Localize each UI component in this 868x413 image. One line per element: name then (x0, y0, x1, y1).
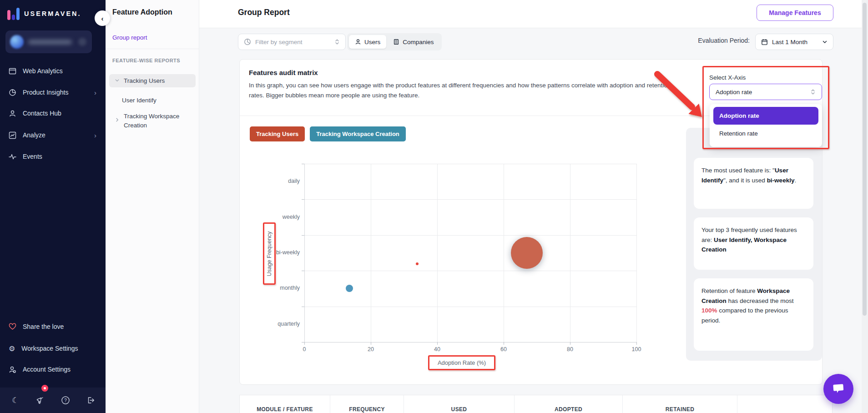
workspace-selector[interactable] (5, 30, 92, 53)
x-tick-label: 60 (494, 346, 514, 353)
chart-icon (9, 131, 16, 139)
column-header-empty (737, 395, 832, 413)
bubble-chart-plot: dailyweeklybi-weeklymonthlyquarterly0204… (304, 164, 636, 342)
menu-item-adoption-rate[interactable]: Adoption rate (713, 107, 818, 125)
column-header-used: USED (404, 395, 514, 413)
chart-legend: Tracking Users Tracking Workspace Creati… (250, 126, 406, 141)
sidebar-item-product-insights[interactable]: Product Insights › (0, 84, 106, 101)
x-axis-tick (437, 342, 438, 345)
y-tick-label: daily (262, 178, 300, 184)
segment-filter-placeholder: Filter by segment (255, 39, 330, 45)
gridline-horizontal (304, 199, 636, 200)
pie-chart-icon (9, 89, 16, 96)
usermaven-logo: USERMAVEN. (7, 7, 81, 20)
chart-bubble[interactable] (511, 237, 543, 269)
users-companies-toggle: Users Companies (347, 33, 442, 50)
sidebar-item-label: Events (23, 153, 42, 160)
primary-sidebar: USERMAVEN. Web Analytics Product Insight… (0, 0, 106, 413)
logout-icon[interactable] (83, 393, 98, 408)
person-icon (9, 110, 16, 117)
chat-bubble-icon (832, 383, 845, 395)
x-tick-label: 100 (626, 346, 646, 353)
evaluation-period-select[interactable]: Last 1 Month (755, 34, 833, 50)
chevron-down-icon (115, 78, 120, 84)
scrollbar-thumb[interactable] (863, 3, 867, 316)
chart-bubble[interactable] (346, 285, 353, 292)
workspace-avatar (10, 35, 24, 49)
evaluation-period-value: Last 1 Month (772, 39, 807, 45)
sidebar-item-label: User Identify (122, 97, 156, 104)
legend-tracking-users[interactable]: Tracking Users (250, 126, 305, 141)
chart-bubble[interactable] (416, 262, 419, 265)
gridline-horizontal (304, 307, 636, 307)
browser-icon (9, 67, 16, 75)
sidebar-item-account-settings[interactable]: Account Settings (0, 361, 106, 378)
menu-item-retention-rate[interactable]: Retention rate (713, 125, 818, 142)
column-header-module-feature: MODULE / FEATURE (240, 395, 330, 413)
gridline-vertical (570, 164, 570, 342)
scrollbar-track (862, 0, 868, 413)
sidebar-item-label: Web Analytics (23, 67, 63, 75)
sidebar-item-workspace-settings[interactable]: ⚙ Workspace Settings (0, 340, 106, 357)
group-report-link[interactable]: Group report (112, 34, 147, 41)
column-header-retained: RETAINED (622, 395, 737, 413)
manage-features-button[interactable]: Manage Features (757, 5, 833, 21)
sidebar-collapse-button[interactable]: ‹ (95, 10, 110, 26)
sidebar-item-tracking-workspace-creation[interactable]: Tracking Workspace Creation (115, 112, 193, 130)
sidebar-item-tracking-users[interactable]: Tracking Users (109, 74, 196, 87)
legend-tracking-workspace-creation[interactable]: Tracking Workspace Creation (310, 126, 406, 141)
gridline-vertical (371, 164, 371, 342)
toggle-companies[interactable]: Companies (387, 35, 439, 49)
x-axis-tick (504, 342, 504, 345)
segment-filter-select[interactable]: Filter by segment (238, 34, 346, 50)
x-axis-tick (304, 342, 305, 345)
moon-icon[interactable]: ☾ (8, 393, 23, 408)
x-tick-label: 0 (294, 346, 314, 353)
chat-widget-button[interactable] (823, 374, 853, 404)
megaphone-icon[interactable] (33, 393, 48, 408)
calendar-icon (761, 39, 768, 45)
x-axis-line (304, 342, 636, 342)
sidebar-item-contacts-hub[interactable]: Contacts Hub (0, 105, 106, 122)
y-axis-tick (302, 307, 304, 307)
chevron-right-icon (115, 117, 120, 123)
notification-badge (41, 385, 48, 392)
updown-chevron-icon (334, 39, 340, 45)
sidebar-item-analyze[interactable]: Analyze › (0, 126, 106, 144)
pulse-icon (9, 153, 16, 161)
sidebar-item-label: Contacts Hub (23, 110, 61, 117)
page-title: Group Report (238, 8, 290, 17)
building-icon (393, 39, 399, 45)
chevron-down-icon (822, 39, 828, 45)
sidebar-item-share-the-love[interactable]: Share the love (0, 318, 106, 335)
gridline-vertical (636, 164, 637, 342)
gridline-horizontal (304, 235, 636, 236)
gear-icon: ⚙ (9, 344, 15, 353)
sidebar-item-label: Workspace Settings (21, 345, 78, 352)
updown-chevron-icon (810, 89, 816, 95)
sidebar-item-label: Tracking Workspace Creation (124, 112, 193, 130)
toggle-users[interactable]: Users (349, 35, 386, 49)
gridline-vertical (504, 164, 504, 342)
sidebar-item-user-identify[interactable]: User Identify (122, 96, 156, 105)
y-tick-label: weekly (262, 214, 300, 220)
divider (106, 49, 199, 49)
sidebar-item-label: Tracking Users (124, 77, 165, 84)
user-icon (355, 39, 361, 45)
help-icon[interactable]: ? (58, 393, 73, 408)
insight-top-features: Your top 3 frequently used features are:… (694, 217, 813, 270)
column-header-frequency: FREQUENCY (330, 395, 404, 413)
gridline-vertical (437, 164, 438, 342)
chart-title: Features audit matrix (249, 69, 318, 76)
section-title: Feature Adoption (112, 8, 172, 16)
x-axis-label-annotation: Adoption Rate (%) (428, 355, 495, 370)
toggle-companies-label: Companies (403, 39, 434, 45)
x-axis-tick (636, 342, 637, 345)
x-tick-label: 40 (427, 346, 447, 353)
y-tick-label: quarterly (262, 321, 300, 327)
sidebar-item-web-analytics[interactable]: Web Analytics (0, 62, 106, 80)
person-gear-icon (9, 366, 16, 373)
insight-most-used-feature: The most used feature is: "User Identify… (694, 158, 813, 209)
sidebar-item-events[interactable]: Events (0, 148, 106, 165)
x-axis-select[interactable]: Adoption rate (709, 84, 822, 100)
